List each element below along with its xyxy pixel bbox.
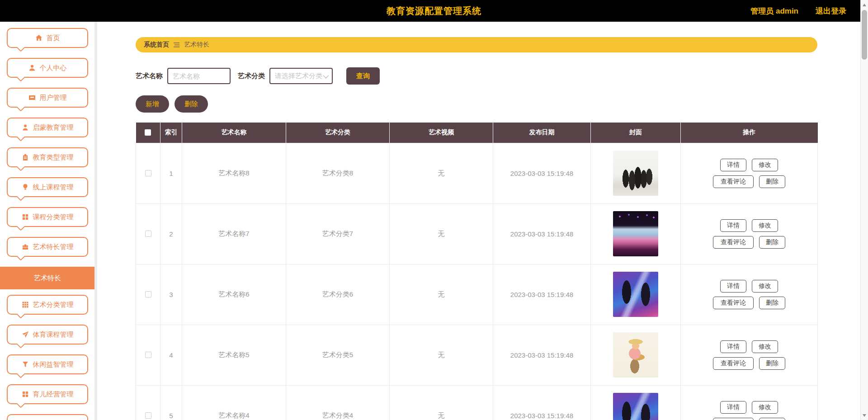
sidebar-item-label: 启蒙教育管理	[33, 123, 74, 132]
edit-button[interactable]: 修改	[752, 280, 778, 293]
query-button[interactable]: 查询	[346, 67, 380, 85]
cover-image	[613, 211, 658, 256]
sidebar-item[interactable]: 育儿经营管理	[7, 384, 88, 404]
edit-button[interactable]: 修改	[752, 219, 778, 232]
delete-button[interactable]: 删除	[759, 175, 785, 188]
publish-date-cell: 2023-03-03 15:19:48	[493, 264, 591, 325]
comments-button[interactable]: 查看评论	[713, 418, 754, 420]
sidebar-item[interactable]: 用户管理	[7, 88, 88, 108]
sidebar-item[interactable]: 休闲益智管理	[7, 354, 88, 374]
art-category-select[interactable]: 请选择艺术分类	[269, 68, 333, 84]
sidebar-item-active[interactable]: 艺术特长	[0, 267, 95, 289]
home-icon	[35, 34, 42, 42]
cover-image	[613, 393, 658, 420]
sidebar-item-label: 用户管理	[40, 94, 67, 102]
publish-date-cell: 2023-03-03 15:19:48	[493, 385, 591, 420]
sidebar-item[interactable]: 启蒙教育管理	[7, 118, 88, 137]
sidebar-item[interactable]: 课程分类管理	[7, 207, 88, 227]
select-placeholder: 请选择艺术分类	[275, 72, 322, 80]
toolbar: 新增 删除	[136, 95, 817, 113]
sidebar-item[interactable]: 艺术分类管理	[7, 295, 88, 315]
breadcrumb: 系统首页 艺术特长	[136, 37, 817, 52]
sidebar-scrollbar[interactable]	[94, 22, 97, 420]
art-name-cell: 艺术名称6	[182, 264, 286, 325]
publish-date-cell: 2023-03-03 15:19:48	[493, 325, 591, 385]
sidebar-item[interactable]: 教育类型管理	[7, 147, 88, 167]
sidebar-item[interactable]: 线上课程管理	[7, 177, 88, 197]
detail-button[interactable]: 详情	[720, 401, 746, 414]
art-category-cell: 艺术分类5	[286, 325, 390, 385]
select-all-checkbox[interactable]	[145, 129, 151, 136]
comments-button[interactable]: 查看评论	[713, 357, 754, 370]
delete-button[interactable]: 删除	[759, 418, 785, 420]
sidebar-item-label: 艺术特长管理	[33, 243, 74, 251]
cover-image	[613, 151, 658, 196]
edit-button[interactable]: 修改	[752, 159, 778, 171]
breadcrumb-current: 艺术特长	[184, 41, 209, 49]
edit-button[interactable]: 修改	[752, 401, 778, 414]
comments-button[interactable]: 查看评论	[713, 175, 754, 188]
detail-button[interactable]: 详情	[720, 280, 746, 293]
delete-button[interactable]: 删除	[759, 297, 785, 309]
detail-button[interactable]: 详情	[720, 219, 746, 232]
row-checkbox[interactable]	[145, 170, 151, 176]
scrollbar-thumb[interactable]	[862, 10, 867, 60]
art-category-cell: 艺术分类8	[286, 143, 390, 203]
art-table: 索引艺术名称艺术分类艺术视频发布日期封面操作 1艺术名称8艺术分类8无2023-…	[136, 123, 818, 420]
user-icon	[28, 64, 36, 71]
row-checkbox[interactable]	[145, 352, 151, 358]
column-header: 封面	[591, 123, 681, 143]
art-name-input[interactable]	[167, 68, 231, 84]
edit-button[interactable]: 修改	[752, 340, 778, 353]
art-category-label: 艺术分类	[238, 72, 265, 80]
publish-date-cell: 2023-03-03 15:19:48	[493, 143, 591, 203]
logout-link[interactable]: 退出登录	[816, 6, 846, 16]
art-name-cell: 艺术名称5	[182, 325, 286, 385]
art-video-cell: 无	[390, 385, 493, 420]
art-name-cell: 艺术名称4	[182, 385, 286, 420]
art-category-cell: 艺术分类4	[286, 385, 390, 420]
row-checkbox[interactable]	[145, 291, 151, 297]
row-checkbox[interactable]	[145, 231, 151, 237]
page-scrollbar[interactable]	[860, 0, 868, 420]
paper-plane-icon	[22, 331, 29, 338]
cover-image	[613, 272, 658, 317]
publish-date-cell: 2023-03-03 15:19:48	[493, 203, 591, 264]
art-category-cell: 艺术分类7	[286, 203, 390, 264]
delete-button[interactable]: 删除	[759, 357, 785, 370]
delete-button[interactable]: 删除	[759, 236, 785, 249]
sidebar-item-label: 教育类型管理	[33, 153, 74, 162]
detail-button[interactable]: 详情	[720, 340, 746, 353]
row-actions: 详情修改查看评论删除	[701, 159, 797, 188]
table-row: 2艺术名称7艺术分类7无2023-03-03 15:19:48详情修改查看评论删…	[136, 203, 818, 264]
search-form: 艺术名称 艺术分类 请选择艺术分类 查询	[136, 67, 817, 85]
comments-button[interactable]: 查看评论	[713, 297, 754, 309]
main-content: 系统首页 艺术特长 艺术名称 艺术分类 请选择艺术分类 查询 新增 删除	[136, 22, 817, 420]
sidebar-item[interactable]: 成长日记管理	[7, 414, 88, 420]
delete-button[interactable]: 删除	[175, 95, 208, 113]
grid3-icon	[22, 301, 29, 308]
sidebar-item-label: 个人中心	[40, 64, 67, 72]
sidebar-item[interactable]: 个人中心	[7, 58, 88, 78]
row-index: 1	[160, 143, 182, 203]
row-checkbox[interactable]	[145, 412, 151, 419]
sidebar-menu: 首页个人中心用户管理启蒙教育管理教育类型管理线上课程管理课程分类管理艺术特长管理…	[0, 22, 95, 420]
table-row: 4艺术名称5艺术分类5无2023-03-03 15:19:48详情修改查看评论删…	[136, 325, 818, 385]
sidebar-item[interactable]: 艺术特长管理	[7, 237, 88, 257]
table-body: 1艺术名称8艺术分类8无2023-03-03 15:19:48详情修改查看评论删…	[136, 143, 818, 420]
sidebar-item[interactable]: 首页	[7, 28, 88, 48]
add-button[interactable]: 新增	[136, 95, 169, 113]
detail-button[interactable]: 详情	[720, 159, 746, 171]
table-row: 5艺术名称4艺术分类4无2023-03-03 15:19:48详情修改查看评论删…	[136, 385, 818, 420]
sidebar-item-label: 首页	[47, 34, 60, 42]
scroll-up-icon[interactable]	[861, 1, 868, 9]
id-card-icon	[28, 94, 36, 101]
sidebar-item-label: 课程分类管理	[33, 213, 74, 222]
breadcrumb-home-link[interactable]: 系统首页	[144, 41, 169, 49]
sidebar-item-label: 育儿经营管理	[33, 390, 74, 399]
clipboard-icon	[22, 154, 29, 161]
scroll-down-icon[interactable]	[861, 411, 868, 419]
comments-button[interactable]: 查看评论	[713, 236, 754, 249]
art-video-cell: 无	[390, 143, 493, 203]
sidebar-item[interactable]: 体育课程管理	[7, 325, 88, 344]
